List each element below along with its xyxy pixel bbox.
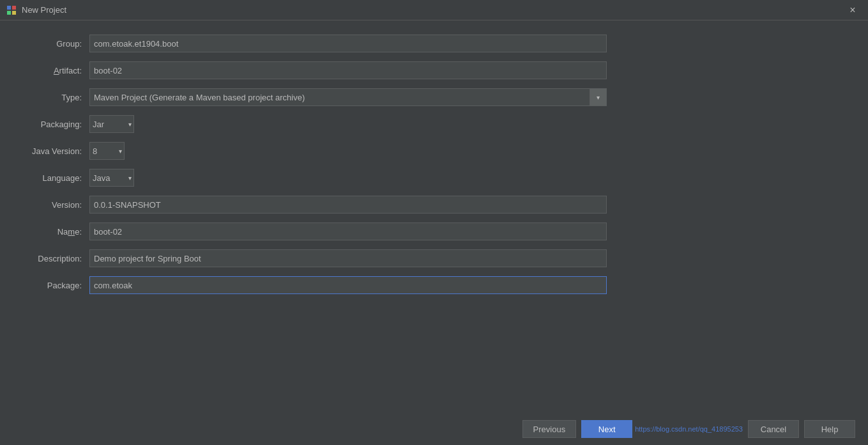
title-bar-text: New Project — [22, 5, 844, 15]
version-input[interactable] — [89, 196, 607, 214]
app-icon — [6, 5, 17, 15]
svg-rect-0 — [7, 6, 11, 10]
description-label: Description: — [13, 254, 89, 263]
java-version-select-wrapper: 8 11 14 — [89, 142, 125, 160]
version-row: Version: — [13, 194, 855, 215]
name-input[interactable] — [89, 222, 607, 240]
group-label: Group: — [13, 39, 89, 49]
description-row: Description: — [13, 248, 855, 269]
url-text: https://blog.csdn.net/qq_41895253 — [635, 425, 743, 433]
name-label: Name: — [13, 227, 89, 237]
package-input[interactable] — [89, 276, 607, 294]
type-label: Type: — [13, 93, 89, 102]
name-label-text: Name: — [57, 227, 82, 237]
package-label: Package: — [13, 281, 89, 290]
description-input[interactable] — [89, 249, 607, 267]
svg-rect-3 — [12, 11, 16, 15]
type-row: Type: Maven Project (Generate a Maven ba… — [13, 87, 855, 107]
svg-rect-1 — [12, 6, 16, 10]
language-label: Language: — [13, 173, 89, 183]
packaging-select-wrapper: Jar War — [89, 115, 134, 133]
svg-rect-2 — [7, 11, 11, 15]
java-version-row: Java Version: 8 11 14 — [13, 141, 855, 161]
version-label: Version: — [13, 200, 89, 210]
help-button[interactable]: Help — [804, 420, 855, 438]
java-version-select[interactable]: 8 11 14 — [89, 142, 125, 160]
footer: Previous Next https://blog.csdn.net/qq_4… — [0, 413, 868, 445]
package-row: Package: — [13, 275, 855, 295]
language-select-wrapper: Java Kotlin Groovy — [89, 169, 134, 187]
cancel-button[interactable]: Cancel — [748, 420, 799, 438]
packaging-row: Packaging: Jar War — [13, 114, 855, 134]
artifact-row: Artifact: — [13, 60, 855, 81]
java-version-label: Java Version: — [13, 146, 89, 156]
close-button[interactable]: × — [844, 1, 862, 19]
previous-button[interactable]: Previous — [522, 420, 577, 438]
artifact-label-text: Artifact: — [54, 66, 82, 75]
group-row: Group: — [13, 33, 855, 54]
type-select-wrapper: Maven Project (Generate a Maven based pr… — [89, 88, 607, 106]
group-input[interactable] — [89, 35, 607, 52]
name-row: Name: — [13, 221, 855, 242]
language-select[interactable]: Java Kotlin Groovy — [89, 169, 134, 187]
dialog-content: Group: Artifact: Type: Maven Project (Ge… — [0, 20, 868, 413]
packaging-select[interactable]: Jar War — [89, 115, 134, 133]
packaging-label: Packaging: — [13, 120, 89, 129]
type-select-text: Maven Project (Generate a Maven based pr… — [89, 88, 590, 106]
title-bar: New Project × — [0, 0, 868, 20]
next-button[interactable]: Next — [581, 420, 632, 438]
artifact-input[interactable] — [89, 61, 607, 79]
type-dropdown-button[interactable]: ▾ — [590, 88, 607, 106]
artifact-label: Artifact: — [13, 66, 89, 75]
language-row: Language: Java Kotlin Groovy — [13, 168, 855, 188]
